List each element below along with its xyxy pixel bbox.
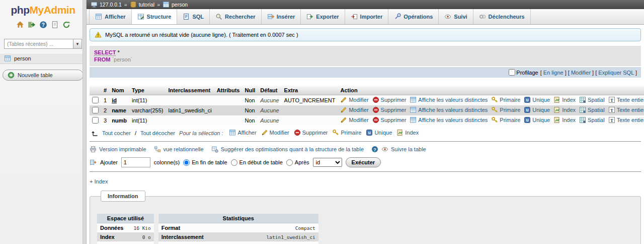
svg-text:?: ? <box>41 22 44 28</box>
tab-op-rations[interactable]: Opérations <box>388 9 439 24</box>
action-supprimer[interactable]: Supprimer <box>372 116 407 124</box>
tool-vue-relationnelle[interactable]: vue relationnelle <box>154 146 204 153</box>
column-count-input[interactable] <box>121 157 150 167</box>
sidebar-item-person[interactable]: person <box>0 53 86 64</box>
tool-version-imprimable[interactable]: Version imprimable <box>90 146 146 153</box>
chevron-down-icon[interactable]: ▼ <box>73 39 82 49</box>
after-column-select[interactable]: id <box>313 158 342 167</box>
slash-separator: / <box>135 130 136 136</box>
selection-action-unique[interactable]: uUnique <box>366 129 392 136</box>
help-icon[interactable]: ? <box>39 21 47 29</box>
tab-sql[interactable]: SQL <box>177 9 210 24</box>
action-unique[interactable]: uUnique <box>524 96 550 103</box>
profiling-label[interactable]: Profilage <box>516 70 538 76</box>
radio-after-input[interactable] <box>286 159 293 166</box>
breadcrumb-separator: » <box>124 2 127 8</box>
stat-label: Index <box>97 232 130 241</box>
radio-after-column[interactable]: Après <box>286 159 309 166</box>
stat-row: Données16 Kio <box>97 223 154 233</box>
tab-afficher[interactable]: Afficher <box>89 9 132 24</box>
profiling-link-modifier[interactable]: Modifier <box>571 70 591 76</box>
radio-end-of-table[interactable]: En fin de table <box>183 159 227 166</box>
action-modifier[interactable]: Modifier <box>340 116 368 124</box>
tab-rechercher[interactable]: Rechercher <box>210 9 262 24</box>
profiling-link-en-ligne[interactable]: En ligne <box>543 70 564 76</box>
refresh-icon[interactable] <box>62 21 70 29</box>
uncheck-all-link[interactable]: Tout décocher <box>140 130 175 136</box>
action-affiche-les-valeurs-distinctes[interactable]: Affiche les valeurs distinctes <box>410 106 488 113</box>
new-table-button[interactable]: Nouvelle table <box>3 70 84 81</box>
radio-begin-of-table[interactable]: En début de table <box>231 159 283 166</box>
profiling-checkbox[interactable] <box>509 69 515 76</box>
tool-label: Version imprimable <box>99 146 146 152</box>
check-all-link[interactable]: Tout cocher <box>102 130 131 136</box>
profiling-link-expliquer-sql[interactable]: Expliquer SQL <box>598 70 634 76</box>
tab-ins-rer[interactable]: Insérer <box>262 9 301 24</box>
action-affiche-les-valeurs-distinctes[interactable]: Affiche les valeurs distinctes <box>410 96 488 103</box>
recent-tables-dropdown[interactable]: (Tables récentes) ... ▼ <box>4 39 82 49</box>
action-spatial[interactable]: Spatial <box>579 96 605 103</box>
tool-sugg-rer-des-optimisations-quant-la-structure-de-la-table[interactable]: Suggérer des optimisations quant à la st… <box>211 146 364 153</box>
column-extra-cell <box>282 115 338 126</box>
tab-d-clencheurs[interactable]: Déclencheurs <box>473 9 531 24</box>
selection-action-afficher[interactable]: Afficher <box>229 129 256 136</box>
action-index[interactable]: Index <box>553 96 576 103</box>
key-icon <box>491 106 498 113</box>
action-index[interactable]: Index <box>553 116 576 124</box>
action-texte-entier[interactable]: TTexte entier <box>608 106 644 113</box>
spatial-icon <box>579 116 586 124</box>
docs-icon[interactable] <box>51 21 59 29</box>
column-collation-cell <box>166 95 214 106</box>
tool-suivre-la-table[interactable]: Suivre la table <box>381 146 426 153</box>
row-checkbox[interactable] <box>92 107 99 113</box>
action-affiche-les-valeurs-distinctes[interactable]: Affiche les valeurs distinctes <box>410 116 488 124</box>
sql-star: * <box>116 49 119 55</box>
execute-button[interactable]: Exécuter <box>346 157 381 167</box>
action-modifier[interactable]: Modifier <box>340 106 368 113</box>
column-attributes-cell <box>214 105 243 115</box>
table-icon <box>4 55 11 62</box>
breadcrumb-item-tutorial[interactable]: tutorial <box>130 1 155 8</box>
action-primaire[interactable]: Primaire <box>491 96 520 103</box>
index-icon <box>553 116 560 124</box>
row-checkbox[interactable] <box>92 117 99 124</box>
column-header-attributs: Attributs <box>214 86 243 95</box>
action-modifier[interactable]: Modifier <box>340 96 368 103</box>
column-name: name <box>112 107 126 113</box>
action-supprimer[interactable]: Supprimer <box>372 106 407 113</box>
breadcrumb-item-person[interactable]: person <box>163 1 188 8</box>
selection-action-index[interactable]: Index <box>396 129 419 136</box>
tab-structure[interactable]: Structure <box>132 9 178 24</box>
tab-importer[interactable]: Importer <box>345 9 389 24</box>
radio-begin-input[interactable] <box>231 159 237 166</box>
action-index[interactable]: Index <box>553 106 576 113</box>
home-icon[interactable] <box>16 21 24 29</box>
radio-end-input[interactable] <box>183 159 190 166</box>
stat-row: Total16 Kio <box>97 241 154 244</box>
column-header-: # <box>101 86 109 95</box>
selection-action-supprimer[interactable]: Supprimer <box>294 129 328 136</box>
action-spatial[interactable]: Spatial <box>579 116 605 124</box>
phpmyadmin-logo[interactable]: phpMyAdmin <box>0 0 86 17</box>
selection-action-modifier[interactable]: Modifier <box>261 129 289 136</box>
row-checkbox[interactable] <box>92 97 99 103</box>
action-supprimer[interactable]: Supprimer <box>372 96 407 103</box>
action-texte-entier[interactable]: TTexte entier <box>608 116 644 124</box>
tab-exporter[interactable]: Exporter <box>301 9 345 24</box>
action-unique[interactable]: uUnique <box>524 106 550 113</box>
logo-php: php <box>11 4 30 16</box>
help-icon[interactable]: ? <box>371 146 378 153</box>
index-toggle-link[interactable]: + Index <box>90 178 108 185</box>
track-eye-icon <box>381 146 388 153</box>
tab-suivi[interactable]: Suivi <box>439 9 473 24</box>
logout-icon[interactable] <box>28 21 36 29</box>
selection-action-primaire[interactable]: Primaire <box>332 129 361 136</box>
action-unique[interactable]: uUnique <box>524 116 550 124</box>
action-texte-entier[interactable]: TTexte entier <box>608 96 644 103</box>
action-primaire[interactable]: Primaire <box>491 116 520 124</box>
action-primaire[interactable]: Primaire <box>491 106 520 113</box>
svg-text:u: u <box>526 107 529 112</box>
breadcrumb-item-127-0-0-1[interactable]: 127.0.0.1 <box>91 1 122 8</box>
stat-label: Total <box>97 241 130 244</box>
action-spatial[interactable]: Spatial <box>579 106 605 113</box>
